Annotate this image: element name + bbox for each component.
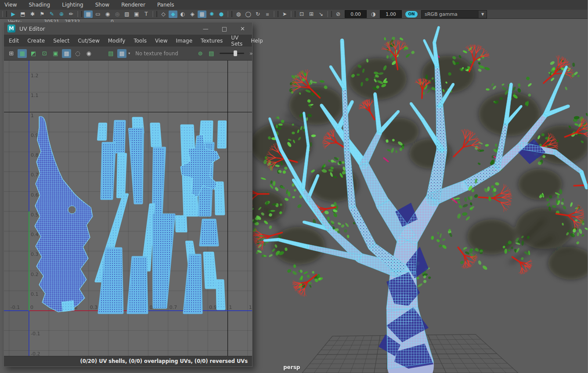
field-chart-icon[interactable]: ▧	[123, 11, 131, 18]
select-cursor-icon[interactable]: ➤	[280, 11, 289, 18]
camera-lock-icon[interactable]: ⬒	[18, 11, 27, 18]
svg-text:1: 1	[31, 113, 34, 118]
menu-item-lighting[interactable]: Lighting	[62, 2, 83, 8]
rgb-channels-icon[interactable]: ⊚	[196, 49, 205, 58]
svg-text:0.5: 0.5	[31, 212, 39, 218]
uv-editor-titlebar[interactable]: M UV Editor — □ ✕	[4, 22, 252, 35]
material-ball-icon[interactable]: ◐	[178, 11, 187, 18]
contrast-field[interactable]	[380, 10, 402, 18]
toolbar-grip	[291, 11, 296, 17]
toolbar-grip	[152, 11, 157, 17]
panel-toolbar: ▶⬒✱⚑✎⊕✏▦▭◉◎▧▣T◇◆◐◈▩✺●◍◯↻▪➤⊡⊞↘⊘◑ONsRGB ga…	[0, 10, 588, 18]
dash-circle-icon[interactable]: ◌	[73, 49, 82, 58]
menu-item-panels[interactable]: Panels	[157, 2, 174, 8]
maximize-button[interactable]: □	[222, 25, 227, 32]
svg-text:0: 0	[30, 305, 33, 310]
safe-action-icon[interactable]: ▣	[132, 11, 141, 18]
window-title: UV Editor	[19, 25, 45, 32]
uv-editor-window[interactable]: M UV Editor — □ ✕ EditCreateSelectCut/Se…	[4, 22, 253, 367]
isolate-add-icon[interactable]: ⊞	[307, 11, 316, 18]
shell-border-icon[interactable]: ▦	[18, 49, 27, 58]
view-transform-select[interactable]: sRGB gamma▼	[421, 10, 487, 18]
uv-menu-item-create[interactable]: Create	[27, 38, 45, 44]
camera-settings-icon[interactable]: ✱	[28, 11, 37, 18]
maya-app: { "app": { "menus": ["View","Shading","L…	[0, 0, 588, 373]
uv-menu-item-textures[interactable]: Textures	[201, 38, 223, 44]
exposure-field[interactable]	[345, 10, 367, 18]
uv-menu-item-cutsew[interactable]: Cut/Sew	[78, 38, 100, 44]
uv-snapshot-icon[interactable]: ◉	[84, 49, 94, 58]
camera-name-label: persp	[283, 364, 300, 370]
svg-text:0.2: 0.2	[31, 272, 39, 277]
uv-menu-item-help[interactable]: Help	[251, 38, 263, 44]
minimize-button[interactable]: —	[203, 25, 209, 32]
uv-quadrant-icon[interactable]: ⊞	[7, 49, 16, 58]
lights-icon[interactable]: ✺	[207, 11, 216, 18]
close-button[interactable]: ✕	[240, 25, 245, 32]
exposure-icon[interactable]: ⊘	[334, 11, 343, 18]
gate-mask-icon[interactable]: ◎	[113, 11, 122, 18]
texture-status-label: No texture found	[135, 50, 190, 57]
svg-text:0.1: 0.1	[31, 291, 39, 297]
uv-menu-item-view[interactable]: View	[155, 38, 167, 44]
contrast-icon[interactable]: ◑	[369, 11, 378, 18]
toolbar-grip	[274, 11, 278, 17]
svg-text:1.1: 1.1	[31, 93, 39, 98]
pencil-tool-icon[interactable]: ✏	[67, 11, 76, 18]
viewport-camera-icon[interactable]: ▶	[9, 11, 18, 18]
uv-menu-item-image[interactable]: Image	[176, 38, 193, 44]
uv-canvas[interactable]: -0.100.10.20.30.40.50.60.70.80.911.11.21…	[4, 61, 252, 356]
grid-tiles-icon[interactable]: ▩	[62, 49, 71, 58]
svg-text:1: 1	[229, 305, 232, 310]
svg-text:0.9: 0.9	[31, 133, 39, 138]
motion-blur-icon[interactable]: ◯	[244, 11, 253, 18]
uv-menu-item-uvsets[interactable]: UV Sets	[231, 35, 242, 47]
uv-shell-status: (0/20) UV shells, (0/0) overlapping UVs,…	[4, 356, 252, 366]
uv-menu-item-select[interactable]: Select	[53, 38, 69, 44]
chevron-down-icon[interactable]: ▼	[479, 11, 487, 18]
select-zoom-icon[interactable]: ⊕	[57, 11, 66, 18]
uv-menu-item-modify[interactable]: Modify	[108, 38, 126, 44]
color-management-toggle[interactable]: ON	[405, 11, 418, 18]
tile-frame-icon[interactable]: ⊡	[40, 49, 49, 58]
expand-toolbar-icon[interactable]: »	[249, 50, 252, 57]
multisample-icon[interactable]: ↻	[253, 11, 262, 18]
svg-text:0.8: 0.8	[31, 152, 39, 158]
toolbar-grip	[77, 11, 82, 17]
resolution-gate-icon[interactable]: ◉	[103, 11, 112, 18]
slider-knob[interactable]	[234, 50, 237, 56]
tile-frame2-icon[interactable]: ▣	[51, 49, 60, 58]
bookmark-icon[interactable]: ⚑	[38, 11, 47, 18]
chevron-down-icon[interactable]: ▾	[128, 51, 130, 55]
menu-item-renderer[interactable]: Renderer	[121, 2, 145, 8]
uv-menu-item-tools[interactable]: Tools	[133, 38, 147, 44]
grid-display-icon[interactable]: ▦	[84, 11, 93, 18]
menu-item-view[interactable]: View	[4, 2, 17, 8]
svg-text:0.6: 0.6	[31, 192, 39, 198]
paint-effects-icon[interactable]: ✎	[47, 11, 56, 18]
shaded-cube-icon[interactable]: ◆	[169, 11, 177, 18]
image-alpha-icon[interactable]: ▤	[207, 49, 216, 58]
textured-cube-icon[interactable]: ◈	[188, 11, 197, 18]
checker-display-icon[interactable]: ▩	[117, 49, 126, 58]
image-display-icon[interactable]: ▤	[106, 49, 115, 58]
dim-image-slider[interactable]	[220, 53, 244, 54]
menu-item-shading[interactable]: Shading	[29, 2, 50, 8]
wireframe-cube-icon[interactable]: ◇	[159, 11, 168, 18]
film-gate-icon[interactable]: ▭	[94, 11, 102, 18]
shadows-icon[interactable]: ●	[217, 11, 226, 18]
shell-shaded-icon[interactable]: ◩	[29, 49, 38, 58]
panel-chrome: ViewShadingLightingShowRendererPanels ▶⬒…	[0, 0, 588, 19]
occlusion-ball-icon[interactable]: ◍	[234, 11, 243, 18]
disabled-box-icon[interactable]: ▪	[263, 11, 272, 18]
isolate-select-icon[interactable]: ⊡	[297, 11, 306, 18]
uv-menu-item-edit[interactable]: Edit	[9, 38, 19, 44]
safe-title-icon[interactable]: T	[142, 11, 151, 18]
toolbar-grip	[227, 11, 232, 17]
toolbar-grip	[327, 11, 332, 17]
svg-text:1.2: 1.2	[31, 73, 39, 79]
menu-item-show[interactable]: Show	[95, 2, 109, 8]
zoom-region-icon[interactable]: ↘	[317, 11, 325, 18]
checkered-ball-icon[interactable]: ▩	[198, 11, 206, 18]
svg-text:0.7: 0.7	[31, 172, 39, 178]
